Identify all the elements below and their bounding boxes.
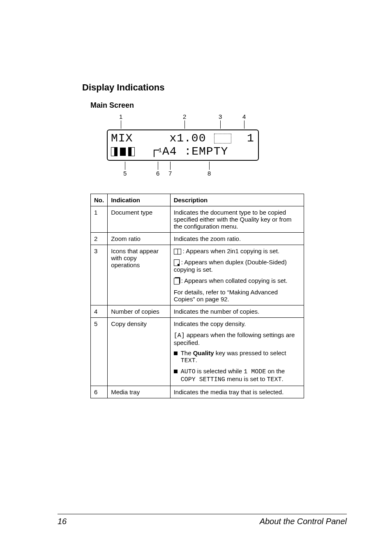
table-row: 5 Copy density Indicates the copy densit… (91, 318, 304, 386)
callout-8: 8 (208, 170, 211, 177)
lcd-zoom: x1.00 (169, 132, 206, 145)
desc-ref: For details, refer to “Making Advanced C… (174, 289, 300, 303)
table-row: 4 Number of copies Indicates the number … (91, 305, 304, 318)
density-light-icon (111, 147, 118, 156)
footer-rule (58, 514, 347, 514)
lcd-tray-sup: 1 (159, 148, 162, 154)
lcd-tray-status: :EMPTY (184, 146, 228, 158)
desc-duplex: : Appears when duplex (Double-Sided) cop… (174, 259, 287, 273)
callout-2: 2 (183, 113, 186, 120)
col-indication: Indication (108, 194, 171, 206)
lcd-tray-size: A4 (162, 146, 177, 158)
table-row: 2 Zoom ratio Indicates the zoom ratio. (91, 233, 304, 245)
cell-no: 1 (91, 206, 108, 233)
page: Display Indications Main Screen 1 2 3 4 … (0, 0, 392, 555)
desc-a-code: [A] (174, 332, 185, 339)
page-footer: 16 About the Control Panel (58, 514, 347, 526)
callout-5: 5 (123, 170, 127, 177)
callouts-top: 1 2 3 4 (107, 113, 259, 130)
cell-desc: Indicates the zoom ratio. (170, 233, 304, 245)
lcd-diagram: 1 2 3 4 MIX x1.00 1 (107, 113, 259, 177)
desc-density-intro: Indicates the copy density. (174, 320, 300, 327)
callout-3: 3 (219, 113, 222, 120)
section-heading: Display Indications (82, 82, 347, 93)
lcd-icons-placeholder (214, 134, 231, 143)
lcd-screen: MIX x1.00 1 1 A4 :EMP (107, 130, 259, 161)
cell-desc: Indicates the media tray that is selecte… (170, 386, 304, 398)
sub-heading: Main Screen (90, 101, 347, 110)
cell-no: 2 (91, 233, 108, 245)
col-description: Description (170, 194, 304, 206)
callout-6: 6 (156, 170, 159, 177)
cell-no: 5 (91, 318, 108, 386)
cell-ind: Number of copies (108, 305, 171, 318)
page-number: 16 (58, 517, 67, 526)
duplex-icon (174, 259, 180, 266)
cell-desc: : Appears when 2in1 copying is set. : Ap… (170, 245, 304, 305)
desc-collate: : Appears when collated copying is set. (181, 277, 288, 284)
cell-ind: Document type (108, 206, 171, 233)
bullet-2: AUTO is selected while 1 MODE on the COP… (181, 368, 300, 383)
cell-no: 3 (91, 245, 108, 305)
callout-1: 1 (119, 113, 122, 120)
table-row: 6 Media tray Indicates the media tray th… (91, 386, 304, 398)
callout-4: 4 (242, 113, 246, 120)
cell-ind: Copy density (108, 318, 171, 386)
bullet-1: The Quality key was pressed to select TE… (181, 349, 300, 364)
callouts-bottom: 5 6 7 8 (107, 161, 259, 177)
table-row: 1 Document type Indicates the document t… (91, 206, 304, 233)
desc-a-text: appears when the following settings are … (174, 331, 295, 346)
cell-ind: Media tray (108, 386, 171, 398)
spacer (133, 132, 169, 145)
cell-ind: Zoom ratio (108, 233, 171, 245)
lcd-line-2: 1 A4 :EMPTY (111, 145, 255, 158)
lcd-mode: MIX (111, 132, 133, 145)
desc-2in1: : Appears when 2in1 copying is set. (183, 247, 279, 254)
two-in-one-icon (174, 249, 181, 254)
square-bullet-icon (174, 370, 178, 373)
lcd-line-1: MIX x1.00 1 (111, 132, 255, 145)
cell-desc: Indicates the copy density. [A] appears … (170, 318, 304, 386)
table-header-row: No. Indication Description (91, 194, 304, 206)
cell-desc: Indicates the document type to be copied… (170, 206, 304, 233)
footer-title: About the Control Panel (260, 517, 347, 526)
lcd-copies: 1 (247, 132, 254, 145)
density-dark-icon (128, 147, 135, 156)
square-bullet-icon (174, 352, 178, 355)
table-row: 3 Icons that appear with copy operations… (91, 245, 304, 305)
indications-table: No. Indication Description 1 Document ty… (90, 194, 304, 398)
lcd-density-icons (111, 147, 135, 156)
density-mid-icon (120, 148, 126, 156)
collate-icon (174, 278, 180, 284)
col-no: No. (91, 194, 108, 206)
cell-no: 6 (91, 386, 108, 398)
callout-7: 7 (168, 170, 172, 177)
cell-ind: Icons that appear with copy operations (108, 245, 171, 305)
cell-desc: Indicates the number of copies. (170, 305, 304, 318)
cell-no: 4 (91, 305, 108, 318)
